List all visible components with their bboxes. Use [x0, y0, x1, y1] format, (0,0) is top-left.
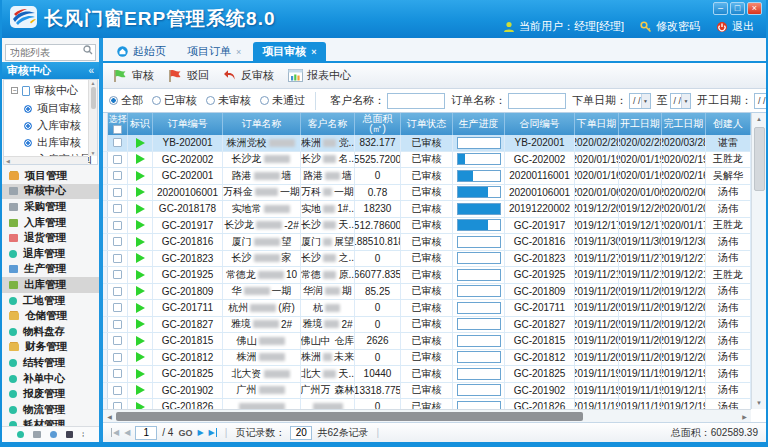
start-date-input[interactable]: / /▼: [754, 93, 768, 109]
close-tab-icon[interactable]: ×: [311, 47, 316, 57]
row-checkbox[interactable]: [113, 188, 122, 197]
row-checkbox[interactable]: [113, 287, 122, 296]
row-checkbox[interactable]: [113, 353, 122, 362]
sidebar-module-item[interactable]: 仓储管理: [2, 308, 99, 324]
col-select[interactable]: 选择: [108, 113, 128, 135]
sidebar-module-item[interactable]: 耗材管理: [2, 418, 99, 427]
report-center-button[interactable]: 报表中心: [288, 68, 351, 83]
tab-project-audit[interactable]: 项目审核 ×: [253, 42, 325, 61]
sidebar-module-item[interactable]: 物料盘存: [2, 324, 99, 340]
dropdown-icon[interactable]: ▼: [641, 94, 650, 108]
maximize-button[interactable]: □: [730, 2, 745, 15]
footer-overflow-icon[interactable]: ⁞: [82, 430, 84, 439]
table-row[interactable]: GC-201826 0 已审核 GC-201826 2019/11/19 201…: [103, 399, 751, 409]
table-row[interactable]: GC-201809 华一期 华润期 85.25 已审核 GC-201809 20…: [103, 284, 751, 301]
pager-last-button[interactable]: ▶: [209, 428, 217, 437]
tree-expander-icon[interactable]: −: [11, 87, 18, 94]
footer-pen-icon[interactable]: [50, 431, 57, 438]
vertical-scroll-thumb[interactable]: [754, 127, 765, 191]
radio-rejected[interactable]: 未通过: [260, 93, 305, 108]
footer-person-icon[interactable]: [66, 431, 73, 438]
table-row[interactable]: GC-202002 长沙龙 长沙名.. 65525.7200.. 已审核 GC-…: [103, 152, 751, 169]
scroll-right-icon[interactable]: ▶: [738, 413, 751, 420]
sidebar-module-item[interactable]: 采购管理: [2, 199, 99, 215]
footer-cart-icon[interactable]: [33, 431, 41, 438]
table-row[interactable]: GC-201827 雅境2# 雅境2# 0 已审核 GC-201827 2019…: [103, 317, 751, 334]
col-order-name[interactable]: 订单名称: [223, 113, 301, 135]
row-checkbox[interactable]: [113, 155, 122, 164]
sidebar-module-item[interactable]: 报废管理: [2, 386, 99, 402]
row-checkbox[interactable]: [113, 171, 122, 180]
scroll-left-icon[interactable]: ◀: [103, 413, 116, 420]
table-row[interactable]: GC-2018178 实地常 实地1#.. 18230 已审核 20191220…: [103, 201, 751, 218]
table-row[interactable]: GC-201825 北大资 北大天.. 10440 已审核 GC-201825 …: [103, 366, 751, 383]
row-checkbox[interactable]: [113, 237, 122, 246]
col-creator[interactable]: 创建人: [706, 113, 751, 135]
col-finish-date[interactable]: 完工日期: [662, 113, 706, 135]
row-checkbox[interactable]: [113, 336, 122, 345]
table-row[interactable]: GC-201823 长沙家 长沙之.. 0 已审核 GC-201823 2019…: [103, 251, 751, 268]
row-checkbox[interactable]: [113, 386, 122, 395]
radio-unapproved[interactable]: 未审核: [206, 93, 251, 108]
sidebar-module-item[interactable]: 补单中心: [2, 371, 99, 387]
pager-next-button[interactable]: ▶: [197, 428, 203, 437]
sidebar-module-item[interactable]: 工地管理: [2, 293, 99, 309]
grid-vertical-scrollbar[interactable]: ▲ ▼: [751, 113, 766, 409]
footer-module-icon[interactable]: [17, 431, 24, 438]
row-checkbox[interactable]: [113, 369, 122, 378]
col-customer[interactable]: 客户名称: [301, 113, 355, 135]
row-checkbox[interactable]: [113, 254, 122, 263]
row-checkbox[interactable]: [113, 270, 122, 279]
table-row[interactable]: GC-201816 厦门望 厦门展望 188510.818 已审核 GC-201…: [103, 234, 751, 251]
sidebar-module-item[interactable]: 结转管理: [2, 355, 99, 371]
col-order-date[interactable]: 下单日期: [575, 113, 619, 135]
table-row[interactable]: GC-201815 佛山 佛山中仓库 2626 已审核 GC-201815 20…: [103, 333, 751, 350]
sidebar-module-item[interactable]: 财务管理: [2, 340, 99, 356]
tree-horizontal-scrollbar[interactable]: ◀: [4, 156, 88, 164]
radio-approved[interactable]: 已审核: [152, 93, 197, 108]
row-checkbox[interactable]: [113, 221, 122, 230]
table-row[interactable]: GC-202001 路港墙 路港墙 0 已审核 20200116001 2020…: [103, 168, 751, 185]
pager-first-button[interactable]: ◀: [111, 428, 119, 437]
table-row[interactable]: GC-201711 杭州(府) 杭 0 已审核 GC-201711 2019/1…: [103, 300, 751, 317]
approve-button[interactable]: 审核: [113, 68, 154, 83]
tree-item[interactable]: 入库审核: [4, 116, 97, 133]
pager-prev-button[interactable]: ◀: [124, 428, 130, 437]
horizontal-scroll-thumb[interactable]: [116, 412, 583, 421]
table-row[interactable]: GC-201902 广州 广州万森林 13318.775 已审核 GC-2019…: [103, 383, 751, 400]
row-checkbox[interactable]: [113, 402, 122, 409]
col-start-date[interactable]: 开工日期: [619, 113, 662, 135]
reject-button[interactable]: 驳回: [168, 68, 209, 83]
order-date-from-input[interactable]: / /▼: [629, 93, 651, 109]
tab-home[interactable]: 起始页: [108, 42, 175, 61]
minimize-button[interactable]: –: [713, 2, 728, 15]
col-contract[interactable]: 合同编号: [505, 113, 575, 135]
sidebar-module-item[interactable]: 退库管理: [2, 246, 99, 262]
tree-item[interactable]: 项目审核: [4, 99, 97, 116]
tree-vertical-scrollbar[interactable]: ▲▼: [88, 80, 97, 156]
scroll-down-icon[interactable]: ▼: [756, 397, 762, 409]
order-name-input[interactable]: [508, 93, 566, 109]
dropdown-icon[interactable]: ▼: [681, 94, 690, 108]
sidebar-module-item[interactable]: 生产管理: [2, 262, 99, 278]
row-checkbox[interactable]: [113, 303, 122, 312]
sidebar-module-item[interactable]: 物流管理: [2, 402, 99, 418]
radio-all[interactable]: 全部: [109, 93, 143, 108]
table-row[interactable]: GC-201917 长沙龙-2# 长沙天.. 8512.78600.. 已审核 …: [103, 218, 751, 235]
col-progress[interactable]: 生产进度: [453, 113, 505, 135]
customer-name-input[interactable]: [387, 93, 445, 109]
tree-root-node[interactable]: − 审核中心: [4, 80, 97, 99]
sidebar-module-item[interactable]: 入库管理: [2, 215, 99, 231]
table-row[interactable]: 20200106001 万科金一期 万科一期 0.78 已审核 20200106…: [103, 185, 751, 202]
sidebar-module-item[interactable]: 项目管理: [2, 168, 99, 184]
col-order-no[interactable]: 订单编号: [153, 113, 223, 135]
row-checkbox[interactable]: [113, 138, 122, 147]
table-row[interactable]: YB-202001 株洲党校 株洲党.. 832.177 已审核 YB-2020…: [103, 135, 751, 152]
col-status[interactable]: 订单状态: [401, 113, 453, 135]
table-row[interactable]: GC-201925 常德龙10 常德原.. 266077.835.. 已审核 G…: [103, 267, 751, 284]
scroll-up-icon[interactable]: ▲: [756, 113, 762, 125]
table-row[interactable]: GC-201812 株洲 株洲未来 0 已审核 GC-201812 2019/1…: [103, 350, 751, 367]
row-checkbox[interactable]: [113, 204, 122, 213]
page-number-input[interactable]: [135, 426, 157, 440]
go-button[interactable]: GO: [178, 428, 192, 438]
